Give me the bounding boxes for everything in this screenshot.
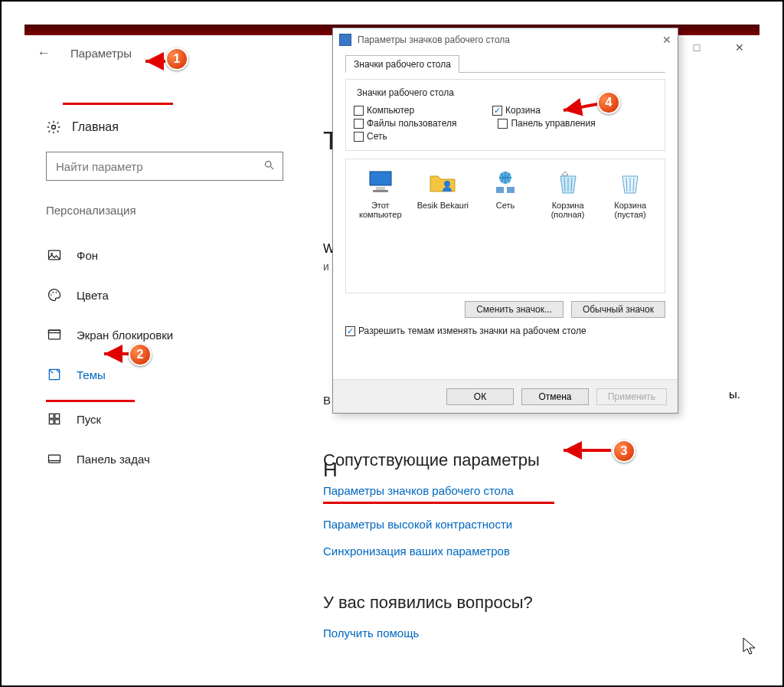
settings-title: Параметры xyxy=(70,47,132,60)
maximize-button[interactable]: □ xyxy=(683,41,710,54)
nav-label: Цвета xyxy=(77,289,109,302)
nav-label: Пуск xyxy=(77,413,101,426)
svg-line-2 xyxy=(270,166,273,169)
svg-point-7 xyxy=(56,292,57,293)
palette-icon xyxy=(46,286,63,303)
search-input[interactable] xyxy=(54,159,263,174)
badge-4: 4 xyxy=(597,91,620,114)
arrow-4 xyxy=(560,100,600,118)
link-help[interactable]: Получить помощь xyxy=(323,626,554,640)
question-heading: У вас появились вопросы? xyxy=(323,593,554,613)
nav-themes[interactable]: Темы xyxy=(46,355,283,394)
preview-this-pc[interactable]: Этот компьютер xyxy=(351,167,410,219)
svg-rect-15 xyxy=(49,455,60,463)
preview-bin-empty[interactable]: Корзина (пустая) xyxy=(600,167,660,219)
nav-colors[interactable]: Цвета xyxy=(46,275,283,315)
svg-rect-8 xyxy=(49,330,60,339)
arrow-3 xyxy=(560,443,614,461)
preview-bin-full[interactable]: Корзина (полная) xyxy=(538,167,598,219)
link-sync[interactable]: Синхронизация ваших параметров xyxy=(323,545,554,558)
fragment-b: В xyxy=(323,394,331,407)
svg-point-5 xyxy=(51,294,52,296)
desktop-icons-dialog: Параметры значков рабочего стола ✕ Значк… xyxy=(332,28,678,414)
home-nav[interactable]: Главная xyxy=(46,119,283,135)
badge-1: 1 xyxy=(165,47,188,70)
nav-start[interactable]: Пуск xyxy=(46,399,283,439)
chk-computer[interactable]: Компьютер xyxy=(354,105,414,116)
close-button[interactable]: ✕ xyxy=(726,41,753,54)
chk-user-files[interactable]: Файлы пользователя xyxy=(354,118,456,129)
svg-rect-9 xyxy=(49,330,60,332)
svg-rect-17 xyxy=(370,172,391,185)
link-desktop-icons[interactable]: Параметры значков рабочего стола xyxy=(323,484,554,497)
preview-network[interactable]: Сеть xyxy=(475,167,535,210)
arrow-1 xyxy=(142,54,168,72)
taskbar-icon xyxy=(46,450,63,467)
badge-3: 3 xyxy=(612,440,635,463)
nav-taskbar[interactable]: Панель задач xyxy=(46,439,283,479)
back-button[interactable]: ← xyxy=(37,45,52,61)
chk-recycle[interactable]: ✓Корзина xyxy=(492,105,541,116)
preview-user[interactable]: Besik Bekauri xyxy=(413,167,473,210)
svg-rect-14 xyxy=(55,420,60,424)
folder-user-icon xyxy=(427,167,458,198)
chk-network[interactable]: Сеть xyxy=(354,131,387,142)
icon-preview[interactable]: Этот компьютер Besik Bekauri Сеть Корзин… xyxy=(345,159,665,293)
svg-point-0 xyxy=(52,126,56,129)
apply-button: Применить xyxy=(596,388,667,405)
chk-control-panel[interactable]: Панель управления xyxy=(498,118,595,129)
lockscreen-icon xyxy=(46,326,63,343)
cursor-icon xyxy=(743,637,756,659)
change-icon-button[interactable]: Сменить значок... xyxy=(465,301,564,318)
picture-icon xyxy=(46,247,63,263)
chk-allow-themes[interactable]: ✓ Разрешить темам изменять значки на раб… xyxy=(345,326,665,336)
bin-full-icon xyxy=(553,167,583,198)
icons-fieldset: Значки рабочего стола Компьютер ✓Корзина… xyxy=(345,79,665,151)
related-heading: Сопутствующие параметры xyxy=(323,450,554,470)
svg-rect-23 xyxy=(507,187,514,193)
svg-rect-22 xyxy=(496,187,504,193)
gear-icon xyxy=(46,119,61,135)
svg-rect-19 xyxy=(373,190,388,192)
nav-lockscreen[interactable]: Экран блокировки xyxy=(46,315,283,355)
fragment-tail: ы. xyxy=(729,388,740,401)
nav-label: Панель задач xyxy=(77,453,150,466)
settings-sidebar: Главная Персонализация Фон Цвета Экран б… xyxy=(46,119,283,479)
tab-desktop-icons[interactable]: Значки рабочего стола xyxy=(345,55,459,73)
svg-rect-18 xyxy=(376,187,385,190)
default-icon-button[interactable]: Обычный значок xyxy=(571,301,665,318)
fragment-i: и xyxy=(323,260,329,273)
bin-empty-icon xyxy=(615,167,645,198)
badge-2: 2 xyxy=(129,343,152,366)
network-icon xyxy=(490,167,521,198)
dialog-title: Параметры значков рабочего стола xyxy=(358,34,510,45)
nav-label: Темы xyxy=(77,368,106,381)
start-icon xyxy=(46,411,63,427)
svg-rect-12 xyxy=(55,414,60,418)
svg-point-1 xyxy=(266,162,272,168)
category-label: Персонализация xyxy=(46,204,283,217)
svg-point-6 xyxy=(53,292,54,293)
svg-rect-13 xyxy=(49,420,54,424)
arrow-2 xyxy=(101,346,132,365)
home-label: Главная xyxy=(72,120,119,134)
nav-label: Экран блокировки xyxy=(77,329,173,342)
close-icon[interactable]: ✕ xyxy=(662,34,671,46)
svg-line-33 xyxy=(564,104,597,110)
nav-background[interactable]: Фон xyxy=(46,235,283,275)
search-icon xyxy=(263,159,275,173)
themes-icon xyxy=(46,366,63,383)
system-icon xyxy=(339,34,351,46)
ok-button[interactable]: ОК xyxy=(446,388,514,405)
search-box[interactable] xyxy=(46,152,283,181)
monitor-icon xyxy=(365,167,396,198)
svg-rect-11 xyxy=(49,414,54,418)
cancel-button[interactable]: Отмена xyxy=(521,388,589,405)
svg-point-20 xyxy=(444,181,450,187)
fieldset-title: Значки рабочего стола xyxy=(354,87,457,98)
link-high-contrast[interactable]: Параметры высокой контрастности xyxy=(323,518,554,531)
nav-label: Фон xyxy=(77,249,98,262)
